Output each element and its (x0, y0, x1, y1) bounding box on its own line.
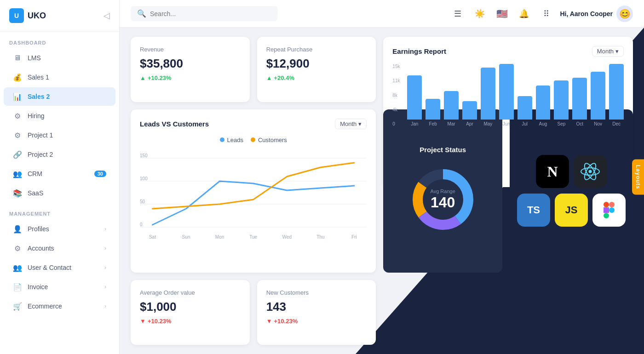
y-15k: 15k (392, 64, 400, 69)
leads-period-selector[interactable]: Month ▾ (335, 119, 367, 129)
sidebar-item-lms[interactable]: 🖥 LMS (4, 49, 115, 67)
earnings-title: Earnings Report (392, 47, 446, 55)
stat-card-repeat-purchase: Repeat Purchase $12,900 ▲ +20.4% (257, 37, 376, 102)
bar-col-sep: Sep (554, 64, 569, 126)
logo-icon: U (9, 8, 24, 23)
sidebar-item-hiring[interactable]: ⚙ Hiring (4, 107, 115, 125)
bar-may (481, 68, 495, 120)
bar-col-jan: Jan (407, 64, 422, 126)
main-area: 🔍 ☰ ☀️ 🇺🇸 🔔 ⠿ Hi, Aaron Cooper 😊 Revenue… (120, 0, 644, 354)
leads-card-header: Leads VS Customers Month ▾ (140, 119, 367, 129)
sidebar-item-saas[interactable]: 📚 SaaS (4, 184, 115, 202)
language-flag-icon[interactable]: 🇺🇸 (494, 6, 510, 22)
customers-dot (251, 137, 255, 142)
svg-text:Sun: Sun (182, 234, 190, 240)
theme-toggle-icon[interactable]: ☀️ (472, 6, 488, 22)
sidebar-item-user-contact[interactable]: 👥 User & Contact › (4, 258, 115, 277)
avatar: 😊 (616, 6, 633, 22)
new-customers-down-arrow: ▼ (266, 318, 272, 325)
sidebar-item-crm[interactable]: 👥 CRM 30 (4, 165, 115, 183)
sidebar-item-project1[interactable]: ⚙ Project 1 (4, 126, 115, 144)
logo-letter: U (14, 12, 19, 19)
svg-point-22 (588, 170, 592, 173)
avatar-emoji: 😊 (619, 8, 631, 19)
sidebar-logo: U UKO ◁ (0, 0, 119, 32)
javascript-icon: JS (555, 194, 588, 227)
apps-grid-icon[interactable]: ⠿ (538, 6, 554, 22)
bar-col-aug: Aug (536, 64, 551, 126)
earnings-period-value: Month (597, 48, 614, 55)
svg-text:Mon: Mon (215, 234, 224, 240)
typescript-icon: TS (517, 194, 550, 227)
bar-jun (499, 64, 514, 120)
leads-line (152, 181, 354, 225)
svg-text:Wed: Wed (282, 234, 292, 240)
bar-label-apr: Apr (466, 121, 473, 126)
figma-icon (592, 194, 626, 227)
avg-order-value: $1,000 (140, 300, 241, 314)
sidebar-lms-label: LMS (28, 54, 106, 62)
svg-text:Fri: Fri (351, 234, 357, 240)
sidebar-saas-label: SaaS (28, 189, 106, 197)
sidebar-user-contact-label: User & Contact (28, 264, 99, 271)
search-box[interactable]: 🔍 (131, 6, 278, 21)
accounts-chevron-icon: › (104, 245, 106, 251)
earnings-bar-chart: 15k 11k 8k 4k 0 Jan Feb Mar Apr May (392, 64, 624, 137)
stat-card-revenue: Revenue $35,800 ▲ +10.23% (131, 37, 250, 102)
leads-period-value: Month (340, 120, 356, 127)
sidebar-profiles-label: Profiles (28, 225, 99, 233)
notifications-icon[interactable]: 🔔 (516, 6, 532, 22)
react-icon (574, 155, 607, 188)
sidebar-sales1-label: Sales 1 (28, 74, 106, 81)
bar-col-jul: Jul (518, 64, 532, 126)
ecommerce-icon: 🛒 (13, 302, 22, 311)
revenue-up-arrow: ▲ (140, 74, 146, 81)
sales1-icon: 💰 (13, 73, 22, 82)
bar-label-mar: Mar (447, 121, 455, 126)
bar-label-jan: Jan (411, 121, 418, 126)
leads-line-chart: 150 100 50 0 Sat Sun Mon Tue Wed (140, 149, 367, 241)
sidebar-item-project2[interactable]: 🔗 Project 2 (4, 145, 115, 164)
collapse-button[interactable]: ◁ (104, 11, 110, 21)
logo-inner: U UKO (9, 8, 46, 23)
user-contact-icon: 👥 (13, 263, 22, 272)
svg-rect-24 (609, 202, 615, 207)
crm-icon: 👥 (13, 169, 22, 178)
revenue-value: $35,800 (140, 57, 241, 71)
sidebar-project2-label: Project 2 (28, 151, 106, 158)
leads-dot (220, 137, 224, 142)
menu-lines-icon[interactable]: ☰ (449, 6, 466, 22)
svg-rect-26 (604, 213, 609, 218)
layouts-tab[interactable]: Layouts (632, 159, 644, 194)
svg-text:Sat: Sat (149, 234, 156, 240)
crm-badge: 30 (94, 171, 106, 177)
bar-label-oct: Oct (576, 121, 584, 126)
y-8k: 8k (392, 93, 400, 98)
svg-text:150: 150 (140, 152, 148, 158)
bar-sep (554, 80, 569, 120)
earnings-period-selector[interactable]: Month ▾ (592, 46, 624, 57)
sidebar-item-accounts[interactable]: ⚙ Accounts › (4, 239, 115, 257)
bar-dec (609, 64, 624, 120)
sidebar-item-profiles[interactable]: 👤 Profiles › (4, 220, 115, 238)
svg-text:Tue: Tue (249, 234, 257, 240)
project1-icon: ⚙ (13, 131, 22, 140)
sidebar-item-sales2[interactable]: 📊 Sales 2 (4, 87, 115, 106)
user-info[interactable]: Hi, Aaron Cooper 😊 (560, 6, 633, 22)
revenue-change-value: +10.23% (148, 74, 172, 81)
new-customers-value: 143 (266, 300, 367, 314)
stat-card-avg-order: Average Order value $1,000 ▼ +10.23% (131, 280, 250, 345)
sidebar-item-sales1[interactable]: 💰 Sales 1 (4, 68, 115, 86)
leads-legend: Leads Customers (140, 137, 367, 143)
earnings-card-header: Earnings Report Month ▾ (392, 46, 624, 57)
repeat-label: Repeat Purchase (266, 46, 367, 53)
sidebar-accounts-label: Accounts (28, 245, 99, 252)
svg-text:100: 100 (140, 175, 148, 181)
repeat-change: ▲ +20.4% (266, 74, 367, 81)
search-input[interactable] (150, 10, 271, 17)
lms-icon: 🖥 (13, 53, 22, 63)
new-customers-change: ▼ +10.23% (266, 318, 367, 325)
sidebar-item-invoice[interactable]: 📄 Invoice › (4, 278, 115, 296)
y-0: 0 (392, 121, 400, 126)
sidebar-item-ecommerce[interactable]: 🛒 Ecommerce › (4, 297, 115, 315)
